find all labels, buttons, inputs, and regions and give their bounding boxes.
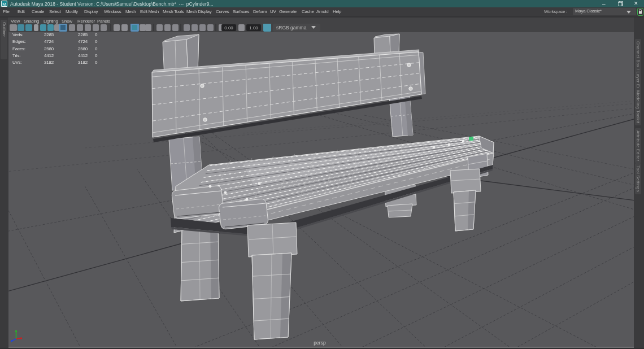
svg-text:persp: persp xyxy=(314,340,326,346)
svg-text:1.00: 1.00 xyxy=(249,25,258,30)
svg-text:sRGB gamma: sRGB gamma xyxy=(276,25,307,30)
